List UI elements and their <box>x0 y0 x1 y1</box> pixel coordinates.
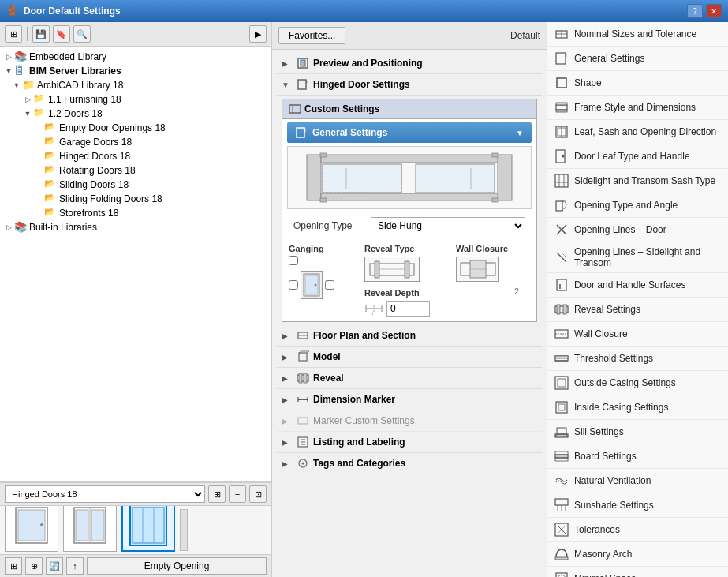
tree-label: 1.1 Furnishing 18 <box>48 94 121 105</box>
section-reveal[interactable]: ▶ Reveal <box>277 368 542 389</box>
leaf-sash-icon <box>554 124 569 140</box>
tolerances-icon <box>554 522 569 538</box>
thumb-detail-button[interactable]: ⊡ <box>249 485 267 503</box>
right-item-door-surfaces[interactable]: Door and Handle Surfaces <box>547 273 728 298</box>
help-button[interactable]: ? <box>687 4 703 18</box>
right-item-sidelight[interactable]: Sidelight and Transom Sash Type <box>547 169 728 193</box>
right-item-sunshade[interactable]: Sunshade Settings <box>547 493 728 518</box>
expand-icon: ▼ <box>11 80 22 91</box>
thumbnails-grid: Door 18 Door with 2 <box>0 506 271 554</box>
tree-item-builtin[interactable]: ▷ 📚 Built-in Libraries <box>0 220 271 234</box>
favorites-button[interactable]: Favorites... <box>278 27 345 44</box>
right-item-reveal-settings[interactable]: Reveal Settings <box>547 298 728 322</box>
tree-item-furnishing[interactable]: ▷ 📁 1.1 Furnishing 18 <box>0 92 271 107</box>
svg-rect-33 <box>375 261 379 278</box>
expand-icon: ▼ <box>3 66 14 77</box>
reload-button[interactable]: 🔄 <box>46 557 63 575</box>
section-hinged-door[interactable]: ▼ Hinged Door Settings <box>277 74 542 96</box>
right-item-opening-lines-door[interactable]: Opening Lines – Door <box>547 218 728 242</box>
add-button[interactable]: ⊞ <box>5 557 22 575</box>
section-listing[interactable]: ▶ Listing and Labeling <box>277 432 542 453</box>
empty-opening-button[interactable]: Empty Opening <box>87 557 267 575</box>
thumb-view-button[interactable]: ⊞ <box>208 485 226 503</box>
grid-view-button[interactable]: ⊞ <box>5 25 22 43</box>
general-settings-bar[interactable]: General Settings ▼ <box>287 122 532 143</box>
tree-item-embedded[interactable]: ▷ 📚 Embedded Library <box>0 50 271 64</box>
svg-rect-12 <box>301 60 305 66</box>
right-item-inside-casing[interactable]: Inside Casing Settings <box>547 395 728 420</box>
thumbnail-item[interactable] <box>5 506 58 552</box>
plus-button[interactable]: ⊕ <box>25 557 43 575</box>
search-button[interactable]: 🔍 <box>73 25 91 43</box>
tree-item-doors[interactable]: ▼ 📁 1.2 Doors 18 <box>0 107 271 121</box>
close-button[interactable]: ✕ <box>706 4 722 18</box>
right-item-masonry-arch[interactable]: Masonry Arch <box>547 542 728 567</box>
tree-item-storefronts[interactable]: ▷ 📂 Storefronts 18 <box>0 206 271 220</box>
right-item-door-leaf[interactable]: Door Leaf Type and Handle <box>547 144 728 169</box>
save-button[interactable]: 💾 <box>32 25 50 43</box>
tree-item-hinged[interactable]: ▷ 📂 Hinged Doors 18 <box>0 149 271 163</box>
tree-item-bim-server[interactable]: ▼ 🗄 BIM Server Libraries <box>0 64 271 78</box>
section-floor-plan[interactable]: ▶ Floor Plan and Section <box>277 325 542 347</box>
right-item-opening-lines-sidelight[interactable]: Opening Lines – Sidelight and Transom <box>547 242 728 273</box>
folder-icon: 📁 <box>33 107 46 120</box>
opening-type-select[interactable]: Side Hung <box>371 217 525 234</box>
library-selector[interactable]: Hinged Doors 18 <box>5 485 205 503</box>
expand-icon: ▶ <box>282 59 293 68</box>
general-settings-icon <box>554 51 569 66</box>
right-item-board[interactable]: Board Settings <box>547 444 728 469</box>
reveal-depth-input[interactable]: 0 <box>386 301 430 317</box>
tree-label: Built-in Libraries <box>29 222 97 233</box>
svg-line-84 <box>557 253 566 262</box>
tree-item-garage[interactable]: ▷ 📂 Garage Doors 18 <box>0 135 271 149</box>
threshold-icon <box>554 350 569 366</box>
right-item-label: Shape <box>574 77 602 88</box>
expand-icon: ▶ <box>282 438 293 447</box>
upload-button[interactable]: ↑ <box>66 557 84 575</box>
thumb-list-button[interactable]: ≡ <box>229 485 246 503</box>
right-item-frame-style[interactable]: Frame Style and Dimensions <box>547 96 728 120</box>
right-item-leaf-sash[interactable]: Leaf, Sash and Opening Direction <box>547 120 728 144</box>
right-item-general-settings[interactable]: General Settings <box>547 47 728 71</box>
thumbnail-scrollbar[interactable] <box>180 509 189 551</box>
section-dimension-marker[interactable]: ▶ Dimension Marker <box>277 389 542 410</box>
section-icon <box>296 414 310 428</box>
right-item-sill[interactable]: Sill Settings <box>547 420 728 444</box>
right-item-wall-closure[interactable]: Wall Closure <box>547 322 728 347</box>
bookmark-button[interactable]: 🔖 <box>53 25 70 43</box>
section-title: Tags and Categories <box>313 458 405 469</box>
section-tags[interactable]: ▶ Tags and Categories <box>277 453 542 474</box>
svg-rect-105 <box>555 455 568 458</box>
tree-item-rotating[interactable]: ▷ 📂 Rotating Doors 18 <box>0 163 271 178</box>
tree-item-empty-door[interactable]: ▷ 📂 Empty Door Openings 18 <box>0 121 271 135</box>
right-item-outside-casing[interactable]: Outside Casing Settings <box>547 371 728 395</box>
svg-rect-6 <box>91 510 104 541</box>
expand-arrow-button[interactable]: ▶ <box>249 25 267 43</box>
right-item-natural-ventilation[interactable]: Natural Ventilation <box>547 469 728 493</box>
right-item-label: Inside Casing Settings <box>574 402 668 413</box>
right-item-minimal-space[interactable]: Minimal Space <box>547 567 728 577</box>
folder-icon: 📂 <box>44 193 57 205</box>
thumbnail-item[interactable] <box>63 506 117 552</box>
ganging-check-3[interactable] <box>325 280 334 290</box>
tree-item-archicad-lib[interactable]: ▼ 📁 ArchiCAD Library 18 <box>0 78 271 92</box>
section-marker-custom[interactable]: ▶ Marker Custom Settings <box>277 410 542 432</box>
right-item-nominal-sizes[interactable]: Nominal Sizes and Tolerance <box>547 22 728 47</box>
thumbnail-item[interactable] <box>121 506 175 552</box>
tree-label: Garage Doors 18 <box>59 137 132 148</box>
right-item-opening-type[interactable]: Opening Type and Angle <box>547 193 728 218</box>
right-item-shape[interactable]: Shape <box>547 71 728 96</box>
opening-lines-sidelight-icon <box>554 249 569 265</box>
tree-item-sliding-folding[interactable]: ▷ 📂 Sliding Folding Doors 18 <box>0 192 271 206</box>
titlebar: 🚪 Door Default Settings ? ✕ <box>0 0 728 22</box>
section-preview-positioning[interactable]: ▶ Preview and Positioning <box>277 53 542 74</box>
right-item-label: Reveal Settings <box>574 304 640 315</box>
right-item-label: Opening Type and Angle <box>574 200 678 211</box>
section-model[interactable]: ▶ Model <box>277 347 542 368</box>
ganging-check-2[interactable] <box>289 280 298 290</box>
tree-item-sliding[interactable]: ▷ 📂 Sliding Doors 18 <box>0 178 271 192</box>
ganging-check-1[interactable] <box>289 256 298 265</box>
right-item-threshold[interactable]: Threshold Settings <box>547 347 728 371</box>
right-item-tolerances[interactable]: Tolerances <box>547 518 728 542</box>
svg-rect-90 <box>557 305 560 314</box>
